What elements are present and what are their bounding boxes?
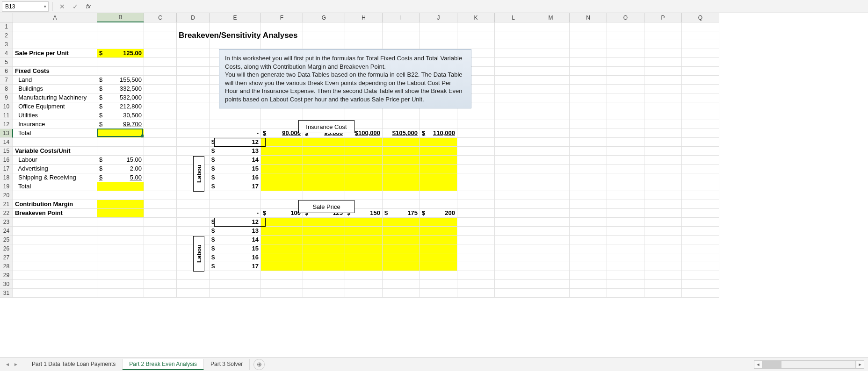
cell-G26[interactable] [303,244,345,253]
cell-I2[interactable] [383,31,420,40]
cell-H25[interactable] [345,236,383,244]
cell-I17[interactable] [383,165,420,173]
cell-L24[interactable] [495,227,532,236]
cell-D13[interactable] [177,129,210,138]
cell-L17[interactable] [495,165,532,173]
cell-B8[interactable]: $332,500 [97,85,144,93]
cell-Q2[interactable] [682,31,719,40]
cell-B14[interactable] [97,138,144,147]
cell-N15[interactable] [570,147,607,156]
cell-G3[interactable] [303,40,345,49]
row-header-31[interactable]: 31 [0,289,13,298]
cell-J16[interactable] [420,156,457,165]
cell-F30[interactable] [261,280,303,289]
cell-L28[interactable] [495,262,532,271]
cell-P15[interactable] [644,147,682,156]
cell-N20[interactable] [570,191,607,200]
cell-J2[interactable] [420,31,457,40]
cell-L22[interactable] [495,209,532,218]
cell-Q7[interactable] [682,76,719,85]
cell-I29[interactable] [383,271,420,280]
cell-A27[interactable] [13,253,97,262]
cell-C15[interactable] [144,147,177,156]
col-header-H[interactable]: H [345,13,383,22]
name-box[interactable]: B13 [2,1,49,12]
cell-L3[interactable] [495,40,532,49]
cell-P25[interactable] [644,236,682,244]
cell-C22[interactable] [144,209,177,218]
fx-icon[interactable]: fx [83,1,94,12]
cell-L26[interactable] [495,244,532,253]
cell-K14[interactable] [457,138,495,147]
cell-N30[interactable] [570,280,607,289]
cell-J27[interactable] [420,253,457,262]
cell-J3[interactable] [420,40,457,49]
cell-C31[interactable] [144,289,177,298]
cell-L1[interactable] [495,22,532,31]
cell-N19[interactable] [570,182,607,191]
row-header-18[interactable]: 18 [0,173,13,182]
cell-H17[interactable] [345,165,383,173]
cell-Q6[interactable] [682,67,719,76]
cell-L19[interactable] [495,182,532,191]
cell-E19[interactable]: $17 [210,182,261,191]
cell-F18[interactable] [261,173,303,182]
cell-F22[interactable]: $100 [261,209,303,218]
scroll-track[interactable] [762,360,856,369]
cell-C7[interactable] [144,76,177,85]
cell-Q1[interactable] [682,22,719,31]
cell-D4[interactable] [177,49,210,58]
cell-I16[interactable] [383,156,420,165]
cell-P29[interactable] [644,271,682,280]
horizontal-scrollbar[interactable]: ◄ ► [754,360,864,369]
cell-N31[interactable] [570,289,607,298]
row-header-27[interactable]: 27 [0,253,13,262]
cell-G25[interactable] [303,236,345,244]
cancel-icon[interactable]: ✕ [57,1,68,12]
cell-B23[interactable] [97,218,144,227]
cell-K12[interactable] [457,120,495,129]
cell-H11[interactable] [345,111,383,120]
cell-N3[interactable] [570,40,607,49]
cell-O7[interactable] [607,76,644,85]
cell-L29[interactable] [495,271,532,280]
cell-L12[interactable] [495,120,532,129]
cell-L8[interactable] [495,85,532,93]
cell-O18[interactable] [607,173,644,182]
cell-J29[interactable] [420,271,457,280]
col-header-K[interactable]: K [457,13,495,22]
cell-J19[interactable] [420,182,457,191]
cell-K30[interactable] [457,280,495,289]
cell-J18[interactable] [420,173,457,182]
cell-O16[interactable] [607,156,644,165]
cell-M15[interactable] [532,147,570,156]
cell-B17[interactable]: $2.00 [97,165,144,173]
cell-B2[interactable] [97,31,144,40]
cell-C19[interactable] [144,182,177,191]
col-header-I[interactable]: I [383,13,420,22]
cell-Q29[interactable] [682,271,719,280]
cell-H3[interactable] [345,40,383,49]
cell-I22[interactable]: $175 [383,209,420,218]
cell-H27[interactable] [345,253,383,262]
cell-Q13[interactable] [682,129,719,138]
cell-M19[interactable] [532,182,570,191]
cell-C26[interactable] [144,244,177,253]
cell-E14[interactable]: $12 [210,138,261,147]
spreadsheet-grid[interactable]: ABCDEFGHIJKLMNOPQ 1234567891011121314151… [0,13,868,357]
cell-Q3[interactable] [682,40,719,49]
cell-K25[interactable] [457,236,495,244]
cell-M11[interactable] [532,111,570,120]
cell-L10[interactable] [495,102,532,111]
tab-next-icon[interactable]: ► [12,361,20,368]
cell-J17[interactable] [420,165,457,173]
cell-I19[interactable] [383,182,420,191]
row-header-6[interactable]: 6 [0,67,13,76]
cell-D3[interactable] [177,40,210,49]
cell-D5[interactable] [177,58,210,67]
cell-C28[interactable] [144,262,177,271]
cell-J1[interactable] [420,22,457,31]
cell-O4[interactable] [607,49,644,58]
cell-Q9[interactable] [682,93,719,102]
cell-I20[interactable] [383,191,420,200]
